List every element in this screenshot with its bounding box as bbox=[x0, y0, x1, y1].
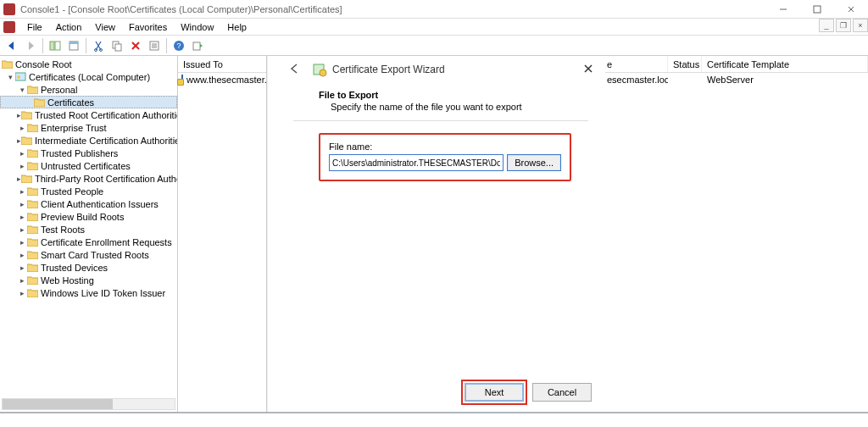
tree-certs-local[interactable]: ▾ Certificates (Local Computer) bbox=[0, 70, 177, 83]
svg-rect-12 bbox=[193, 42, 200, 50]
menu-help[interactable]: Help bbox=[220, 20, 253, 34]
tree-item[interactable]: ▸Smart Card Trusted Roots bbox=[0, 248, 177, 261]
nav-forward-button[interactable] bbox=[22, 37, 39, 54]
tree-item-label: Windows Live ID Token Issuer bbox=[41, 288, 165, 298]
svg-point-16 bbox=[320, 69, 326, 76]
folder-icon bbox=[34, 97, 45, 107]
certificate-icon bbox=[181, 75, 183, 85]
cancel-button[interactable]: Cancel bbox=[532, 383, 592, 402]
tree-item[interactable]: ▸Trusted People bbox=[0, 185, 177, 197]
menu-favorites[interactable]: Favorites bbox=[122, 20, 174, 34]
titlebar: Console1 - [Console Root\Certificates (L… bbox=[0, 0, 868, 19]
expander-icon[interactable]: ▾ bbox=[5, 73, 15, 81]
tree-item[interactable]: ▸Windows Live ID Token Issuer bbox=[0, 286, 177, 299]
tree-personal[interactable]: ▾ Personal bbox=[0, 83, 177, 96]
tree-item[interactable]: ▸Web Hosting bbox=[0, 274, 177, 286]
folder-icon bbox=[27, 123, 38, 132]
maximize-button[interactable] bbox=[800, 0, 834, 19]
folder-icon bbox=[27, 186, 38, 196]
svg-text:?: ? bbox=[176, 42, 181, 50]
folder-icon bbox=[27, 275, 38, 285]
cut-button[interactable] bbox=[90, 37, 107, 54]
divider bbox=[293, 120, 588, 121]
menu-action[interactable]: Action bbox=[49, 20, 89, 34]
export-button[interactable] bbox=[189, 37, 206, 54]
folder-icon bbox=[21, 110, 32, 119]
properties-button[interactable] bbox=[65, 37, 82, 54]
tree-item-label: Intermediate Certification Authorities bbox=[35, 136, 178, 146]
minimize-button[interactable] bbox=[766, 0, 800, 19]
copy-button[interactable] bbox=[108, 37, 125, 54]
nav-back-button[interactable] bbox=[3, 37, 20, 54]
folder-icon bbox=[2, 59, 13, 69]
menu-file[interactable]: File bbox=[20, 20, 49, 34]
menubar: File Action View Favorites Window Help _… bbox=[0, 19, 868, 36]
folder-icon bbox=[27, 225, 38, 234]
tree-personal-label: Personal bbox=[41, 85, 77, 95]
menu-view[interactable]: View bbox=[88, 20, 122, 34]
wizard-back-button[interactable] bbox=[281, 59, 307, 80]
tree-root[interactable]: Console Root bbox=[0, 58, 177, 70]
list-header-issued-to[interactable]: Issued To bbox=[178, 56, 266, 73]
expander-icon[interactable]: ▸ bbox=[17, 263, 27, 272]
close-button[interactable] bbox=[834, 0, 868, 19]
tree-item[interactable]: ▸Trusted Devices bbox=[0, 261, 177, 274]
window-controls bbox=[766, 0, 868, 19]
expander-icon[interactable]: ▸ bbox=[17, 213, 27, 221]
column-status[interactable]: Status bbox=[668, 56, 702, 72]
tree-item[interactable]: ▸Intermediate Certification Authorities bbox=[0, 134, 177, 147]
folder-icon bbox=[27, 250, 38, 259]
delete-button[interactable] bbox=[127, 37, 144, 54]
expander-icon[interactable]: ▸ bbox=[17, 162, 27, 170]
tree-item[interactable]: ▸Test Roots bbox=[0, 223, 177, 236]
svg-rect-1 bbox=[50, 42, 54, 50]
expander-icon[interactable]: ▸ bbox=[17, 124, 27, 132]
menu-window[interactable]: Window bbox=[174, 20, 220, 34]
expander-icon[interactable]: ▸ bbox=[17, 187, 27, 196]
svg-rect-4 bbox=[70, 42, 78, 44]
child-minimize-button[interactable]: _ bbox=[819, 19, 834, 32]
wizard-title: Certificate Export Wizard bbox=[332, 64, 445, 75]
expander-icon[interactable]: ▸ bbox=[17, 225, 27, 234]
tree-item[interactable]: ▸Enterprise Trust bbox=[0, 121, 177, 134]
folder-icon bbox=[27, 199, 38, 208]
list-row[interactable]: www.thesecmaster.l bbox=[178, 73, 266, 86]
tree-item[interactable]: ▸Certificate Enrollment Requests bbox=[0, 236, 177, 248]
show-hide-tree-button[interactable] bbox=[47, 37, 64, 54]
child-restore-button[interactable]: ❐ bbox=[836, 19, 851, 32]
folder-icon bbox=[27, 288, 38, 297]
tree-certificates[interactable]: Certificates bbox=[0, 96, 177, 108]
next-button[interactable]: Next bbox=[465, 383, 524, 402]
tree-item[interactable]: ▸Third-Party Root Certification Authorit… bbox=[0, 172, 177, 185]
svg-rect-2 bbox=[55, 42, 60, 50]
list-pane: Issued To www.thesecmaster.l bbox=[178, 56, 267, 412]
tree-item[interactable]: ▸Client Authentication Issuers bbox=[0, 197, 177, 210]
wizard-close-button[interactable] bbox=[578, 61, 598, 78]
tree-item[interactable]: ▸Preview Build Roots bbox=[0, 210, 177, 223]
expander-icon[interactable]: ▸ bbox=[17, 276, 27, 285]
column-e[interactable]: e bbox=[602, 56, 668, 72]
options-button[interactable] bbox=[146, 37, 163, 54]
scrollbar-thumb[interactable] bbox=[3, 399, 113, 409]
help-button[interactable]: ? bbox=[170, 37, 187, 54]
expander-icon[interactable]: ▸ bbox=[17, 238, 27, 247]
tree-item-label: Enterprise Trust bbox=[41, 123, 107, 133]
expander-icon[interactable]: ▸ bbox=[17, 200, 27, 208]
child-window-controls: _ ❐ × bbox=[817, 19, 868, 32]
tree-item[interactable]: ▸Untrusted Certificates bbox=[0, 159, 177, 172]
right-pane: e Status Certificate Template esecmaster… bbox=[267, 56, 868, 412]
folder-icon bbox=[27, 148, 38, 158]
tree-item[interactable]: ▸Trusted Root Certification Authorities bbox=[0, 108, 177, 121]
browse-button[interactable]: Browse... bbox=[507, 154, 561, 171]
file-name-input[interactable] bbox=[329, 154, 504, 171]
expander-icon[interactable]: ▸ bbox=[17, 149, 27, 158]
folder-icon bbox=[27, 237, 38, 247]
column-template[interactable]: Certificate Template bbox=[702, 56, 868, 72]
child-close-button[interactable]: × bbox=[853, 19, 868, 32]
horizontal-scrollbar[interactable] bbox=[2, 398, 175, 410]
expander-icon[interactable]: ▾ bbox=[17, 86, 27, 94]
expander-icon[interactable]: ▸ bbox=[17, 251, 27, 259]
toolbar-separator bbox=[42, 38, 43, 53]
tree-item[interactable]: ▸Trusted Publishers bbox=[0, 147, 177, 159]
expander-icon[interactable]: ▸ bbox=[17, 289, 27, 297]
